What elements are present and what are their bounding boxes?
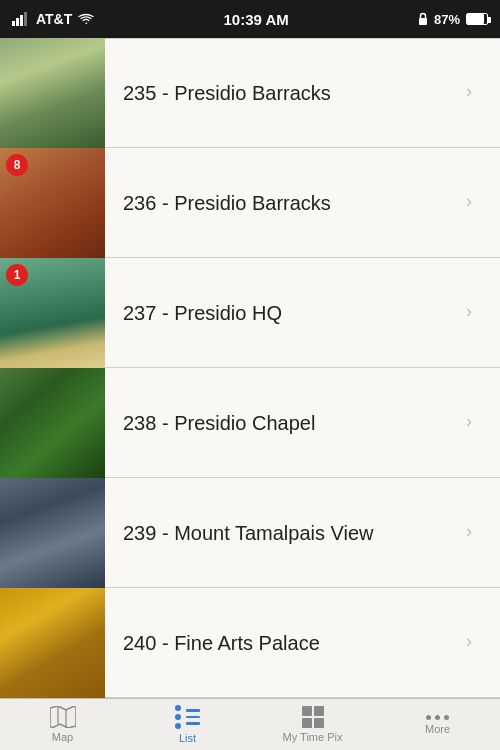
item-title-240: 240 - Fine Arts Palace [105,630,466,656]
lock-icon [418,12,428,26]
chevron-icon: › [466,301,490,325]
badge-8: 8 [6,154,28,176]
tab-mytime[interactable]: My Time Pix [250,699,375,750]
battery-icon [466,13,488,25]
thumbnail-239 [0,478,105,588]
map-icon [50,706,76,728]
thumbnail-235 [0,38,105,148]
svg-rect-3 [24,12,27,26]
thumbnail-240 [0,588,105,698]
tab-map[interactable]: Map [0,699,125,750]
thumbnail-236: 8 [0,148,105,258]
tab-mytime-label: My Time Pix [283,731,343,743]
list-item[interactable]: 238 - Presidio Chapel › [0,368,500,478]
tab-more-label: More [425,723,450,735]
chevron-icon: › [466,521,490,545]
chevron-icon: › [466,191,490,215]
thumbnail-237: 1 [0,258,105,368]
grid-icon [302,706,324,728]
tab-more[interactable]: More [375,699,500,750]
list-item[interactable]: 239 - Mount Tamalpais View › [0,478,500,588]
list-item[interactable]: 1 237 - Presidio HQ › [0,258,500,368]
svg-rect-0 [12,21,15,26]
signal-icon [12,12,30,26]
list-item[interactable]: 235 - Presidio Barracks › [0,38,500,148]
chevron-icon: › [466,81,490,105]
carrier-label: AT&T [36,11,72,27]
item-title-239: 239 - Mount Tamalpais View [105,520,466,546]
svg-rect-1 [16,18,19,26]
item-title-238: 238 - Presidio Chapel [105,410,466,436]
chevron-icon: › [466,411,490,435]
status-bar: AT&T 10:39 AM 87% [0,0,500,38]
status-right: 87% [418,12,488,27]
tab-list[interactable]: List [125,699,250,750]
status-left: AT&T [12,11,94,27]
badge-1: 1 [6,264,28,286]
list-item[interactable]: 8 236 - Presidio Barracks › [0,148,500,258]
time-display: 10:39 AM [223,11,288,28]
svg-rect-2 [20,15,23,26]
svg-marker-5 [50,706,76,728]
battery-percent: 87% [434,12,460,27]
tab-bar: Map List My Time Pix More [0,698,500,750]
chevron-icon: › [466,631,490,655]
tab-map-label: Map [52,731,73,743]
item-title-235: 235 - Presidio Barracks [105,80,466,106]
item-title-237: 237 - Presidio HQ [105,300,466,326]
tab-list-label: List [179,732,196,744]
more-icon [426,715,449,720]
list-item[interactable]: 240 - Fine Arts Palace › [0,588,500,698]
list-container: 235 - Presidio Barracks › 8 236 - Presid… [0,38,500,698]
svg-rect-4 [419,18,427,25]
item-title-236: 236 - Presidio Barracks [105,190,466,216]
thumbnail-238 [0,368,105,478]
wifi-icon [78,13,94,25]
